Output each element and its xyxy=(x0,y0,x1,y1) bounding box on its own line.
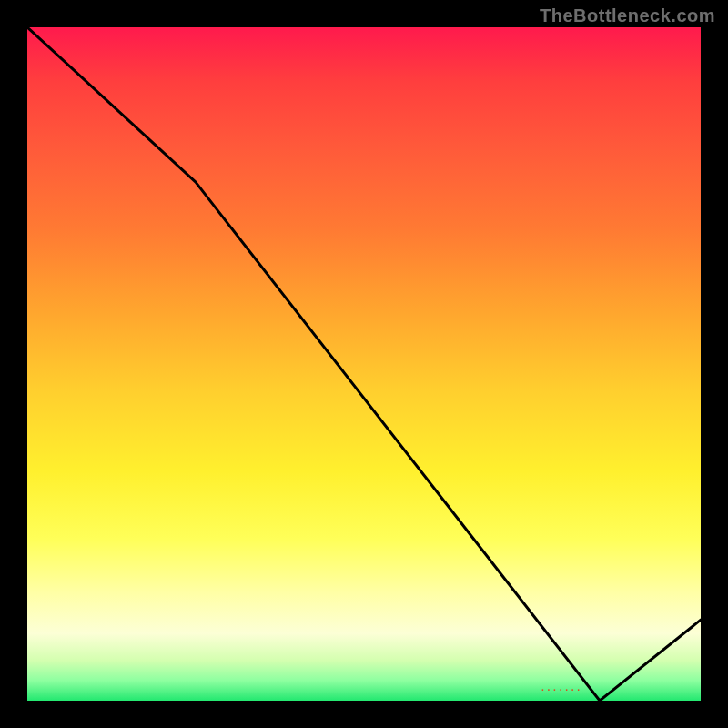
bottleneck-curve xyxy=(27,27,701,701)
chart-frame: TheBottleneck.com · · · · · · · xyxy=(0,0,728,728)
watermark-label: TheBottleneck.com xyxy=(540,5,715,26)
plot-area: · · · · · · · xyxy=(27,27,701,701)
curve-layer xyxy=(27,27,701,701)
optimal-band-marker: · · · · · · · xyxy=(541,685,581,695)
